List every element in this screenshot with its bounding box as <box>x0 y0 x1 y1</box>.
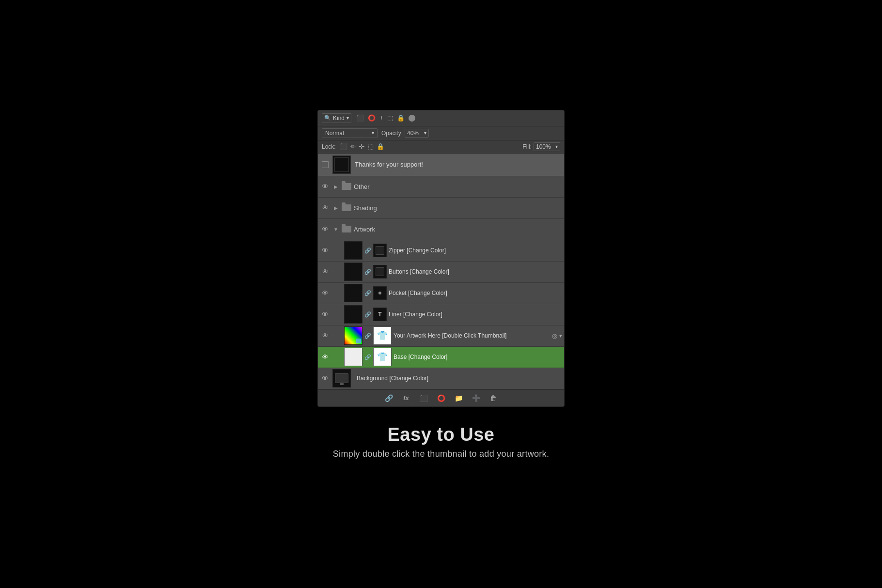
delete-layer-button[interactable]: 🗑 <box>488 393 499 403</box>
type-filter-icon[interactable]: T <box>379 114 383 122</box>
layer-row-active[interactable]: 👁 🔗 👕 Base [Change Color] <box>318 347 564 368</box>
visibility-eye-icon[interactable]: 👁 <box>320 266 331 277</box>
support-text: Thanks for your support! <box>355 161 560 168</box>
layer-thumbnail[interactable] <box>344 263 362 281</box>
visibility-eye-icon[interactable]: 👁 <box>320 202 331 213</box>
fill-value-text: 100% <box>536 143 551 150</box>
fill-arrow: ▾ <box>555 144 558 149</box>
link-icon: 🔗 <box>364 354 371 360</box>
kind-dropdown-arrow: ▾ <box>346 115 349 121</box>
layers-list: Thanks for your support! 👁 ▶ Other 👁 ▶ S… <box>318 154 564 389</box>
layer-thumbnail[interactable] <box>344 326 362 345</box>
visibility-eye-icon[interactable]: 👁 <box>320 309 331 320</box>
layer-name: Pocket [Change Color] <box>389 290 562 296</box>
options-icon[interactable]: ◎ <box>552 332 557 340</box>
folder-icon <box>341 183 352 190</box>
blend-mode-dropdown[interactable]: Normal ▾ <box>322 128 378 138</box>
filter-icons: ⬛ ⭕ T ⬚ 🔒 <box>356 114 415 122</box>
add-mask-button[interactable]: ⬛ <box>418 393 429 403</box>
caption-subtitle: Simply double click the thumbnail to add… <box>333 449 549 459</box>
visibility-eye-icon[interactable]: 👁 <box>320 245 331 256</box>
shape-filter-icon[interactable]: ⬚ <box>387 114 393 122</box>
folder-icon <box>341 225 352 233</box>
layer-row[interactable]: 👁 🔗 Buttons [Change Color] <box>318 262 564 283</box>
folder-icon <box>341 204 352 212</box>
lock-artboard-icon[interactable]: ⬚ <box>368 143 374 150</box>
layer-row[interactable]: 👁 Background [Change Color] <box>318 368 564 389</box>
smart-filter-icon[interactable]: 🔒 <box>397 114 405 122</box>
layer-row[interactable]: 👁 ▼ Artwork <box>318 219 564 240</box>
expand-icon[interactable]: ▼ <box>332 226 339 232</box>
group-layers-button[interactable]: 📁 <box>453 393 464 403</box>
layer-name: Your Artwork Here [Double Click Thumbnai… <box>394 332 550 339</box>
caption-block: Easy to Use Simply double click the thum… <box>333 424 549 459</box>
main-wrapper: 🔍 Kind ▾ ⬛ ⭕ T ⬚ 🔒 Normal ▾ Opacity: <box>317 110 565 459</box>
new-layer-button[interactable]: ➕ <box>471 393 481 403</box>
blend-opacity-row: Normal ▾ Opacity: 40% ▾ <box>318 126 564 140</box>
blend-dropdown-arrow: ▾ <box>372 130 374 136</box>
visibility-eye-icon[interactable]: 👁 <box>320 288 331 298</box>
layer-thumbnail[interactable] <box>344 348 362 366</box>
opacity-control: Opacity: 40% ▾ <box>381 129 429 138</box>
layer-thumbnail[interactable] <box>344 284 362 302</box>
layer-options: ◎ ▾ <box>552 332 562 340</box>
link-icon: 🔗 <box>364 247 371 254</box>
adjustment-filter-icon[interactable]: ⭕ <box>368 114 376 122</box>
layer-name: Buttons [Change Color] <box>389 268 562 275</box>
opacity-field[interactable]: 40% ▾ <box>405 129 429 138</box>
filter-bar: 🔍 Kind ▾ ⬛ ⭕ T ⬚ 🔒 <box>318 110 564 126</box>
opacity-arrow: ▾ <box>424 130 426 136</box>
fx-button[interactable]: fx <box>401 393 411 403</box>
expand-icon[interactable]: ▶ <box>332 204 339 211</box>
visibility-eye-icon[interactable]: 👁 <box>320 352 331 362</box>
layer-thumbnail[interactable] <box>332 369 351 387</box>
visibility-eye-icon[interactable]: 👁 <box>320 373 331 384</box>
image-filter-icon[interactable]: ⬛ <box>356 114 364 122</box>
expand-icon[interactable]: ▶ <box>332 183 339 190</box>
link-layers-button[interactable]: 🔗 <box>383 393 394 403</box>
layer-row[interactable]: 👁 🔗 👕 Your Artwork Here [Double Click Th… <box>318 325 564 347</box>
layers-panel: 🔍 Kind ▾ ⬛ ⭕ T ⬚ 🔒 Normal ▾ Opacity: <box>317 110 565 407</box>
lock-position-icon[interactable]: ✛ <box>359 142 365 151</box>
layer-row[interactable]: 👁 🔗 Zipper [Change Color] <box>318 240 564 262</box>
visibility-eye-icon[interactable]: 👁 <box>320 330 331 341</box>
layer-thumbnail[interactable] <box>344 241 362 260</box>
layer-mask-thumbnail: 👕 <box>373 326 392 345</box>
link-icon: 🔗 <box>364 311 371 318</box>
bottom-toolbar: 🔗 fx ⬛ ⭕ 📁 ➕ 🗑 <box>318 389 564 406</box>
opacity-value-text: 40% <box>407 130 419 137</box>
fill-control: Fill: 100% ▾ <box>522 142 560 151</box>
support-checkbox[interactable] <box>322 161 329 168</box>
layer-thumbnail[interactable] <box>344 305 362 324</box>
layer-expand-arrow[interactable]: ▾ <box>559 333 562 339</box>
lock-all-icon[interactable]: 🔒 <box>377 143 384 150</box>
link-icon: 🔗 <box>364 332 371 339</box>
layer-row[interactable]: 👁 ▶ Shading <box>318 198 564 219</box>
support-thumbnail <box>332 155 351 174</box>
pixel-filter-icon[interactable] <box>409 115 415 122</box>
layer-name: Base [Change Color] <box>394 354 562 360</box>
kind-dropdown[interactable]: 🔍 Kind ▾ <box>322 113 351 123</box>
layer-row[interactable]: 👁 🔗 T Liner [Change Color] <box>318 304 564 325</box>
layer-row[interactable]: 👁 🔗 Pocket [Change Color] <box>318 283 564 304</box>
lock-fill-row: Lock: ⬛ ✏ ✛ ⬚ 🔒 Fill: 100% ▾ <box>318 140 564 154</box>
visibility-eye-icon[interactable]: 👁 <box>320 224 331 234</box>
lock-pixels-icon[interactable]: ⬛ <box>340 143 347 150</box>
lock-image-icon[interactable]: ✏ <box>350 143 356 150</box>
layer-name: Background [Change Color] <box>357 375 562 382</box>
opacity-label: Opacity: <box>381 130 403 137</box>
kind-label: Kind <box>333 115 345 122</box>
layer-mask-thumbnail <box>373 286 387 300</box>
layer-mask-thumbnail: T <box>373 308 387 321</box>
caption-title: Easy to Use <box>333 424 549 445</box>
fill-field[interactable]: 100% ▾ <box>534 142 560 151</box>
fill-label: Fill: <box>522 143 532 150</box>
layer-name: Shading <box>354 204 562 212</box>
layer-mask-thumbnail <box>373 244 387 257</box>
layer-row[interactable]: 👁 ▶ Other <box>318 176 564 198</box>
visibility-eye-icon[interactable]: 👁 <box>320 181 331 192</box>
adjustment-layer-button[interactable]: ⭕ <box>436 393 446 403</box>
support-banner: Thanks for your support! <box>318 154 564 176</box>
layer-mask-thumbnail <box>373 265 387 279</box>
smart-object-badge <box>356 339 361 343</box>
